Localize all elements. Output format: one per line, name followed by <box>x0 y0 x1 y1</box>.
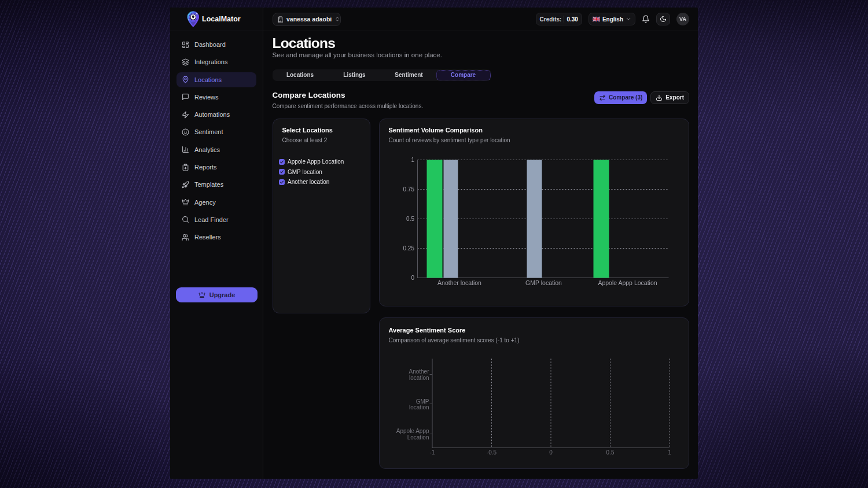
svg-text:Another: Another <box>409 368 429 375</box>
svg-text:GMP location: GMP location <box>525 279 562 286</box>
svg-text:GMP: GMP <box>415 398 429 404</box>
svg-text:Location: Location <box>407 434 429 440</box>
svg-text:Appole Appp: Appole Appp <box>396 428 429 434</box>
svg-text:0: 0 <box>549 449 553 456</box>
svg-text:0.75: 0.75 <box>403 186 414 193</box>
svg-text:0.25: 0.25 <box>403 245 414 252</box>
svg-text:0.5: 0.5 <box>606 449 614 456</box>
svg-text:location: location <box>409 404 429 411</box>
svg-text:1: 1 <box>411 157 414 163</box>
svg-text:0.5: 0.5 <box>406 216 414 222</box>
svg-text:-1: -1 <box>429 449 435 456</box>
svg-text:Another location: Another location <box>437 279 481 286</box>
svg-text:Appole Appp Location: Appole Appp Location <box>598 279 657 286</box>
svg-text:1: 1 <box>668 449 671 456</box>
svg-text:location: location <box>409 374 429 380</box>
svg-text:0: 0 <box>411 275 414 281</box>
svg-text:-0.5: -0.5 <box>486 449 496 456</box>
